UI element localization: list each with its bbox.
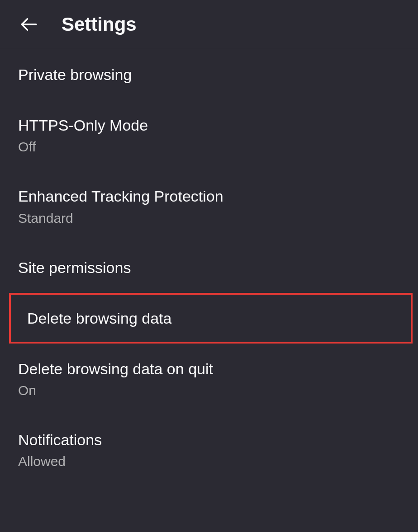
item-subtitle: Standard	[18, 209, 400, 227]
item-title: Enhanced Tracking Protection	[18, 186, 400, 206]
settings-item-enhanced-tracking-protection[interactable]: Enhanced Tracking Protection Standard	[0, 171, 418, 242]
item-title: Site permissions	[18, 258, 400, 278]
back-arrow-icon	[19, 15, 38, 34]
item-subtitle: On	[18, 381, 400, 399]
settings-item-notifications[interactable]: Notifications Allowed	[0, 414, 418, 485]
item-subtitle: Off	[18, 138, 400, 155]
settings-list: Private browsing HTTPS-Only Mode Off Enh…	[0, 49, 418, 485]
item-title: Notifications	[18, 430, 400, 450]
page-title: Settings	[62, 14, 137, 35]
settings-item-https-only-mode[interactable]: HTTPS-Only Mode Off	[0, 100, 418, 171]
settings-item-delete-browsing-data-on-quit[interactable]: Delete browsing data on quit On	[0, 344, 418, 414]
settings-item-site-permissions[interactable]: Site permissions	[0, 242, 418, 293]
item-title: HTTPS-Only Mode	[18, 115, 400, 135]
item-subtitle: Allowed	[18, 452, 400, 470]
item-title: Delete browsing data	[27, 308, 394, 328]
header: Settings	[0, 0, 418, 49]
settings-item-private-browsing[interactable]: Private browsing	[0, 49, 418, 100]
settings-item-delete-browsing-data[interactable]: Delete browsing data	[9, 293, 413, 344]
item-title: Private browsing	[18, 65, 400, 85]
back-button[interactable]	[18, 14, 40, 35]
item-title: Delete browsing data on quit	[18, 359, 400, 379]
